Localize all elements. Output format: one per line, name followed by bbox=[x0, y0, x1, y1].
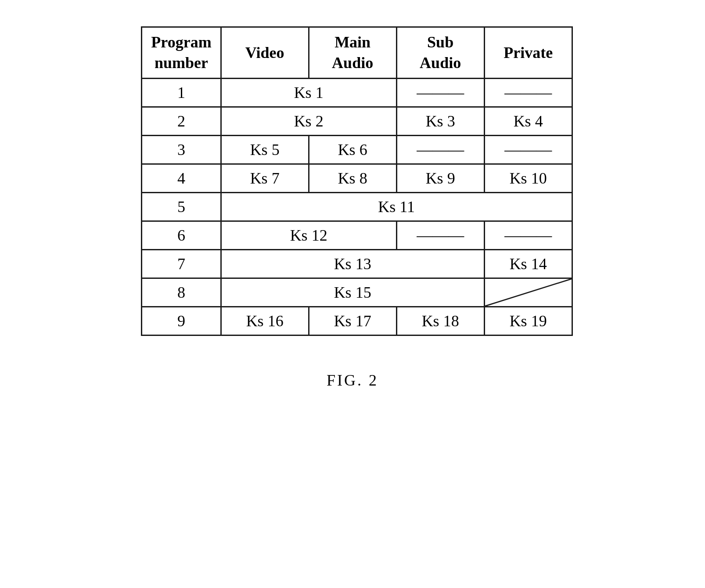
main-table: Program number Video Main Audio Sub Audi… bbox=[141, 26, 572, 336]
cell-span-all: Ks 11 bbox=[221, 192, 572, 221]
svg-line-0 bbox=[485, 279, 572, 306]
table-row: 7 Ks 13 Ks 14 bbox=[142, 249, 572, 278]
cell-private: ——— bbox=[484, 78, 572, 107]
figure-caption: FIG. 2 bbox=[327, 371, 378, 390]
cell-video-main-sub: Ks 13 bbox=[221, 249, 484, 278]
table-row: 4 Ks 7 Ks 8 Ks 9 Ks 10 bbox=[142, 164, 572, 192]
table-row: 8 Ks 15 bbox=[142, 278, 572, 307]
table-row: 1 Ks 1 ——— ——— bbox=[142, 78, 572, 107]
cell-private: Ks 19 bbox=[484, 307, 572, 335]
table-row: 3 Ks 5 Ks 6 ——— ——— bbox=[142, 135, 572, 164]
cell-program: 3 bbox=[142, 135, 221, 164]
cell-private-diagonal bbox=[484, 278, 572, 307]
cell-program: 6 bbox=[142, 221, 221, 249]
cell-video-main-sub: Ks 15 bbox=[221, 278, 484, 307]
cell-video-main: Ks 2 bbox=[221, 107, 396, 135]
cell-main-audio: Ks 17 bbox=[309, 307, 396, 335]
cell-sub-audio: Ks 18 bbox=[396, 307, 484, 335]
table-row: 9 Ks 16 Ks 17 Ks 18 Ks 19 bbox=[142, 307, 572, 335]
cell-program: 4 bbox=[142, 164, 221, 192]
table-row: 5 Ks 11 bbox=[142, 192, 572, 221]
header-sub-audio: Sub Audio bbox=[396, 27, 484, 79]
cell-program: 5 bbox=[142, 192, 221, 221]
table-row: 2 Ks 2 Ks 3 Ks 4 bbox=[142, 107, 572, 135]
cell-sub-audio: ——— bbox=[396, 78, 484, 107]
cell-sub-audio: ——— bbox=[396, 221, 484, 249]
cell-video: Ks 5 bbox=[221, 135, 309, 164]
cell-private: Ks 4 bbox=[484, 107, 572, 135]
cell-private: ——— bbox=[484, 135, 572, 164]
table-container: Program number Video Main Audio Sub Audi… bbox=[141, 26, 572, 336]
cell-video-main: Ks 12 bbox=[221, 221, 396, 249]
cell-main-audio: Ks 8 bbox=[309, 164, 396, 192]
cell-video: Ks 16 bbox=[221, 307, 309, 335]
cell-video: Ks 7 bbox=[221, 164, 309, 192]
table-row: 6 Ks 12 ——— ——— bbox=[142, 221, 572, 249]
cell-sub-audio: Ks 9 bbox=[396, 164, 484, 192]
cell-private: Ks 14 bbox=[484, 249, 572, 278]
header-program: Program number bbox=[142, 27, 221, 79]
header-video: Video bbox=[221, 27, 309, 79]
cell-program: 1 bbox=[142, 78, 221, 107]
cell-program: 9 bbox=[142, 307, 221, 335]
cell-private: ——— bbox=[484, 221, 572, 249]
cell-program: 7 bbox=[142, 249, 221, 278]
cell-sub-audio: Ks 3 bbox=[396, 107, 484, 135]
header-private: Private bbox=[484, 27, 572, 79]
header-main-audio: Main Audio bbox=[309, 27, 396, 79]
cell-main-audio: Ks 6 bbox=[309, 135, 396, 164]
cell-video-main: Ks 1 bbox=[221, 78, 396, 107]
cell-program: 2 bbox=[142, 107, 221, 135]
cell-sub-audio: ——— bbox=[396, 135, 484, 164]
cell-program: 8 bbox=[142, 278, 221, 307]
cell-private: Ks 10 bbox=[484, 164, 572, 192]
